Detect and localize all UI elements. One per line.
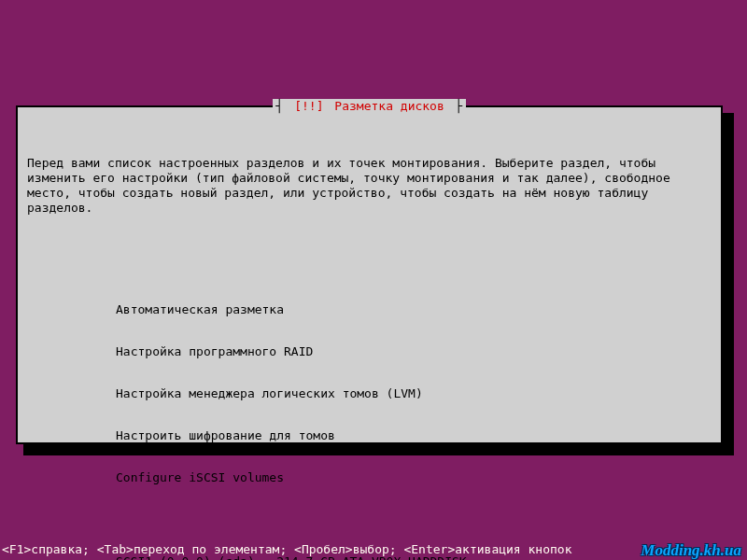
menu-iscsi[interactable]: Configure iSCSI volumes <box>116 470 712 484</box>
title-border-right: ├ <box>446 99 465 113</box>
alert-icon: [!!] <box>292 99 332 113</box>
menu: Автоматическая разметка Настройка програ… <box>116 274 712 560</box>
instructions: Перед вами список настроенных разделов и… <box>27 156 712 216</box>
partition-dialog: ┤ [!!] Разметка дисков ├ Перед вами спис… <box>16 105 723 444</box>
menu-crypto[interactable]: Настроить шифрование для томов <box>116 428 712 442</box>
menu-auto-partition[interactable]: Автоматическая разметка <box>116 302 712 316</box>
key-hints: <F1>справка; <Tab>переход по элементам; … <box>2 542 571 556</box>
title-border-left: ┤ <box>275 99 293 113</box>
dialog-title: ┤ [!!] Разметка дисков ├ <box>18 99 721 113</box>
dialog-content: Перед вами список настроенных разделов и… <box>27 128 712 560</box>
title-text: Разметка дисков <box>332 99 445 113</box>
menu-lvm[interactable]: Настройка менеджера логических томов (LV… <box>116 386 712 400</box>
spacer <box>116 512 712 526</box>
menu-raid[interactable]: Настройка программного RAID <box>116 344 712 358</box>
